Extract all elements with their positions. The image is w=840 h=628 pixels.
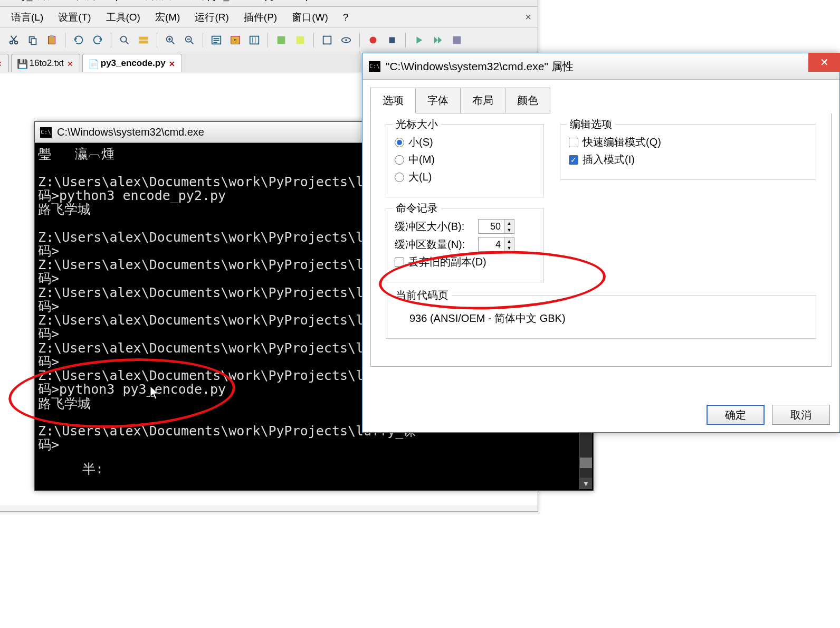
toolbar-wrap-icon[interactable] (208, 32, 224, 48)
svg-text:¶: ¶ (234, 37, 237, 43)
checkbox-icon (569, 138, 578, 147)
npp-menubar: 语言(L) 设置(T) 工具(O) 宏(M) 运行(R) 插件(P) 窗口(W)… (0, 7, 538, 28)
svg-point-6 (121, 36, 127, 42)
menu-window[interactable]: 窗口(W) (292, 11, 328, 24)
menu-plugins[interactable]: 插件(P) (244, 11, 277, 24)
buffer-count-label: 缓冲区数量(N): (395, 237, 474, 252)
tab-font[interactable]: 字体 (415, 88, 461, 113)
svg-rect-22 (453, 36, 461, 44)
cancel-button[interactable]: 取消 (772, 405, 830, 425)
svg-rect-7 (139, 36, 148, 40)
props-close-button[interactable]: ✕ (808, 53, 840, 72)
menu-language[interactable]: 语言(L) (11, 11, 43, 24)
npp-toolbar: ¶ (0, 28, 538, 52)
radio-icon (395, 173, 404, 182)
tab-close-icon[interactable]: ✕ (169, 60, 176, 67)
svg-rect-21 (389, 37, 395, 43)
toolbar-indentguide-icon[interactable] (246, 32, 262, 48)
radio-label: 大(L) (408, 170, 432, 184)
scroll-down-icon[interactable]: ▼ (580, 478, 592, 489)
file-icon: 📄 (88, 59, 98, 68)
edit-options-group: 编辑选项 快速编辑模式(Q) 插入模式(I) (560, 124, 816, 180)
toolbar-replace-icon[interactable] (136, 32, 151, 48)
tab-py2[interactable]: 📄 _py2.py ✕ (0, 54, 9, 72)
cmd-icon: C:\ (369, 61, 380, 72)
svg-rect-14 (250, 36, 259, 44)
toolbar-doclist-icon[interactable] (292, 32, 308, 48)
spin-up-icon[interactable]: ▲ (504, 237, 514, 244)
buffer-count-input[interactable] (479, 237, 504, 251)
menubar-close-icon[interactable]: × (525, 11, 531, 23)
svg-point-20 (370, 36, 377, 43)
scroll-thumb[interactable] (580, 458, 592, 468)
spin-down-icon[interactable]: ▼ (504, 226, 514, 233)
tab-close-icon[interactable]: ✕ (0, 60, 3, 67)
radio-medium[interactable]: 中(M) (395, 153, 535, 167)
radio-icon (395, 155, 404, 165)
svg-rect-16 (297, 36, 304, 44)
buffer-count-spinner[interactable]: ▲▼ (478, 237, 514, 252)
menu-help[interactable]: ? (343, 12, 349, 23)
checkbox-icon (569, 155, 578, 165)
tab-label: 16to2.txt (30, 58, 64, 69)
cmd-icon: C:\ (40, 127, 52, 138)
toolbar-play-icon[interactable] (411, 32, 427, 48)
tab-colors[interactable]: 颜色 (505, 88, 550, 113)
insert-mode-checkbox[interactable]: 插入模式(I) (569, 153, 807, 167)
tab-py3encode[interactable]: 📄 py3_encode.py ✕ (82, 54, 182, 72)
toolbar-savemacro-icon[interactable] (449, 32, 465, 48)
tab-label: py3_encode.py (101, 58, 166, 69)
spin-down-icon[interactable]: ▼ (504, 244, 514, 251)
toolbar-unfoldall-icon[interactable] (338, 32, 354, 48)
menu-settings[interactable]: 设置(T) (58, 11, 91, 24)
npp-titlebar: \luffy_课件\21天入门\chapter2-数据类型\编码\py3_enc… (0, 0, 538, 7)
svg-rect-15 (278, 36, 285, 44)
group-title: 编辑选项 (567, 117, 615, 131)
radio-large[interactable]: 大(L) (395, 170, 535, 184)
toolbar-record-icon[interactable] (365, 32, 381, 48)
spin-up-icon[interactable]: ▲ (504, 220, 514, 226)
cmd-properties-dialog: C:\ "C:\Windows\system32\cmd.exe" 属性 ✕ 选… (362, 53, 840, 433)
svg-rect-5 (50, 35, 53, 37)
tab-close-icon[interactable]: ✕ (67, 60, 74, 67)
tab-16to2[interactable]: 💾 16to2.txt ✕ (11, 54, 80, 72)
toolbar-showall-icon[interactable]: ¶ (227, 32, 243, 48)
toolbar-undo-icon[interactable] (71, 32, 87, 48)
toolbar-copy-icon[interactable] (25, 32, 41, 48)
cursor-size-group: 光标大小 小(S) 中(M) 大(L) (386, 124, 544, 197)
buffer-size-input[interactable] (479, 220, 504, 233)
group-title: 命令记录 (393, 201, 441, 215)
menu-macro[interactable]: 宏(M) (155, 11, 180, 24)
toolbar-find-icon[interactable] (117, 32, 132, 48)
toolbar-paste-icon[interactable] (44, 32, 60, 48)
toolbar-zoomout-icon[interactable] (182, 32, 197, 48)
quick-edit-checkbox[interactable]: 快速编辑模式(Q) (569, 135, 807, 149)
svg-rect-4 (49, 36, 55, 44)
cmd-footer-text: 半: (82, 460, 103, 478)
checkbox-label: 插入模式(I) (583, 153, 635, 167)
radio-small[interactable]: 小(S) (395, 135, 535, 149)
toolbar-redo-icon[interactable] (90, 32, 106, 48)
toolbar-cut-icon[interactable] (6, 32, 22, 48)
radio-icon (395, 138, 404, 147)
svg-rect-17 (323, 36, 331, 44)
toolbar-zoomin-icon[interactable] (163, 32, 178, 48)
save-icon: 💾 (17, 59, 26, 68)
ok-button[interactable]: 确定 (707, 405, 765, 425)
props-titlebar[interactable]: C:\ "C:\Windows\system32\cmd.exe" 属性 (362, 53, 839, 80)
toolbar-playfast-icon[interactable] (430, 32, 446, 48)
menu-run[interactable]: 运行(R) (195, 11, 228, 24)
cmd-title-text: C:\Windows\system32\cmd.exe (57, 126, 204, 138)
svg-point-19 (345, 39, 347, 41)
toolbar-stop-icon[interactable] (384, 32, 400, 48)
menu-tools[interactable]: 工具(O) (106, 11, 140, 24)
buffer-size-spinner[interactable]: ▲▼ (478, 219, 514, 234)
group-title: 光标大小 (393, 117, 441, 131)
toolbar-foldall-icon[interactable] (319, 32, 335, 48)
props-tabbar: 选项 字体 布局 颜色 (370, 88, 839, 113)
props-pane: 光标大小 小(S) 中(M) 大(L) 命令记录 (370, 113, 832, 367)
tab-options[interactable]: 选项 (370, 88, 416, 113)
tab-layout[interactable]: 布局 (460, 88, 505, 113)
toolbar-funclist-icon[interactable] (273, 32, 289, 48)
codepage-value: 936 (ANSI/OEM - 简体中文 GBK) (395, 311, 807, 326)
